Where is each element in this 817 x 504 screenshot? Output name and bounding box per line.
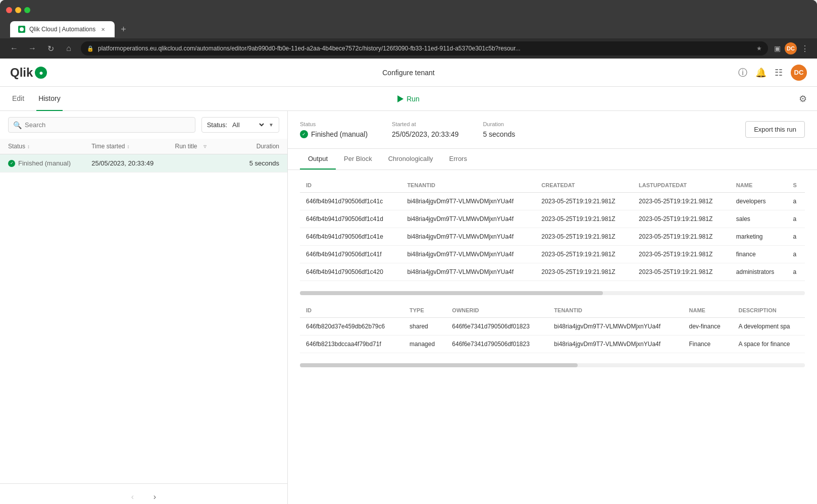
filter-icon[interactable]: ▿ bbox=[203, 143, 207, 150]
maximize-window-button[interactable] bbox=[24, 7, 30, 13]
forward-button[interactable]: → bbox=[26, 42, 38, 54]
search-icon: 🔍 bbox=[13, 121, 22, 129]
table1-row-0[interactable]: 646fb4b941d790506df1c41cbi48ria4jgvDm9T7… bbox=[300, 193, 805, 210]
profile-icon[interactable]: DC bbox=[785, 42, 797, 54]
table1-row-3[interactable]: 646fb4b941d790506df1c41fbi48ria4jgvDm9T7… bbox=[300, 246, 805, 263]
browser-addressbar: ← → ↻ ⌂ 🔒 platformoperations.eu.qlikclou… bbox=[0, 38, 817, 59]
minimize-window-button[interactable] bbox=[15, 7, 21, 13]
run-button[interactable]: Run bbox=[397, 95, 420, 103]
status-finished-check-icon: ✓ bbox=[300, 130, 308, 138]
search-input[interactable] bbox=[8, 117, 195, 133]
table1-cell-3-2: 2023-05-25T19:19:21.981Z bbox=[535, 246, 633, 263]
table1-cell-0-4: developers bbox=[730, 193, 787, 210]
help-icon[interactable]: ⓘ bbox=[738, 67, 747, 79]
tab-history[interactable]: History bbox=[36, 87, 63, 111]
app-logo: Qlik ● bbox=[10, 66, 47, 80]
table1-row-1[interactable]: 646fb4b941d790506df1c41dbi48ria4jgvDm9T7… bbox=[300, 210, 805, 228]
run-detail-header: Status ✓ Finished (manual) Started at 25… bbox=[288, 111, 817, 149]
tab-close-button[interactable]: ✕ bbox=[99, 26, 107, 33]
table1-cell-2-1: bi48ria4jgvDm9T7-VLMWvDMjxnYUa4f bbox=[401, 228, 535, 246]
row-time: 25/05/2023, 20:33:49 bbox=[91, 159, 175, 167]
duration-value: 5 seconds bbox=[483, 130, 515, 138]
table1-cell-4-0: 646fb4b941d790506df1c420 bbox=[300, 263, 401, 281]
data-section: ID TENANTID CREATEDAT LASTUPDATEDAT NAME… bbox=[288, 170, 817, 504]
scroll-indicator-1[interactable] bbox=[300, 291, 805, 295]
browser-titlebar bbox=[0, 0, 817, 20]
reload-button[interactable]: ↻ bbox=[44, 42, 57, 54]
col-type-2: TYPE bbox=[403, 303, 446, 318]
table1-cell-4-5: a bbox=[787, 263, 805, 281]
address-bar-icons: ★ bbox=[756, 45, 762, 52]
export-run-button[interactable]: Export this run bbox=[745, 121, 805, 138]
right-panel: Status ✓ Finished (manual) Started at 25… bbox=[288, 111, 817, 504]
tab-output[interactable]: Output bbox=[300, 149, 336, 170]
tab-edit[interactable]: Edit bbox=[10, 87, 26, 111]
table1-cell-1-3: 2023-05-25T19:19:21.981Z bbox=[633, 210, 730, 228]
chevron-down-icon: ▼ bbox=[269, 122, 274, 128]
app-header: Qlik ● Configure tenant ⓘ 🔔 ☷ DC bbox=[0, 59, 817, 87]
table1-cell-0-2: 2023-05-25T19:19:21.981Z bbox=[535, 193, 633, 210]
started-at-label: Started at bbox=[392, 121, 458, 127]
table1-row-4[interactable]: 646fb4b941d790506df1c420bi48ria4jgvDm9T7… bbox=[300, 263, 805, 281]
table2-cell-1-0: 646fb8213bdccaa4f79bd71f bbox=[300, 335, 403, 353]
notifications-icon[interactable]: 🔔 bbox=[755, 67, 767, 78]
run-triangle-icon bbox=[397, 95, 403, 102]
settings-icon[interactable]: ⚙ bbox=[799, 93, 807, 104]
table1-cell-2-4: marketing bbox=[730, 228, 787, 246]
home-button[interactable]: ⌂ bbox=[63, 42, 75, 54]
run-status-group: Status ✓ Finished (manual) Started at 25… bbox=[300, 121, 515, 138]
back-button[interactable]: ← bbox=[8, 42, 20, 54]
browser-window: Qlik Cloud | Automations ✕ + ← → ↻ ⌂ 🔒 p… bbox=[0, 0, 817, 504]
browser-tab-bar: Qlik Cloud | Automations ✕ + bbox=[0, 20, 817, 38]
table1-cell-1-5: a bbox=[787, 210, 805, 228]
table2-cell-0-0: 646fb820d37e459db62b79c6 bbox=[300, 318, 403, 335]
menu-icon[interactable]: ⋮ bbox=[801, 44, 809, 53]
next-page-button[interactable]: › bbox=[148, 490, 162, 504]
new-tab-button[interactable]: + bbox=[117, 24, 130, 35]
scroll-indicator-2[interactable] bbox=[300, 363, 805, 367]
traffic-lights bbox=[6, 7, 30, 13]
col-header-time: Time started ↕ bbox=[91, 143, 175, 150]
tab-title: Qlik Cloud | Automations bbox=[29, 26, 95, 33]
status-filter-label: Status: bbox=[207, 121, 227, 129]
prev-page-button[interactable]: ‹ bbox=[126, 490, 140, 504]
table1-cell-1-4: sales bbox=[730, 210, 787, 228]
tab-chronologically[interactable]: Chronologically bbox=[380, 149, 441, 170]
status-detail-label: Status bbox=[300, 121, 368, 127]
address-bar[interactable]: 🔒 platformoperations.eu.qlikcloud.com/au… bbox=[81, 41, 768, 55]
table-row[interactable]: ✓ Finished (manual) 25/05/2023, 20:33:49… bbox=[0, 154, 287, 173]
table1-cell-4-3: 2023-05-25T19:19:21.981Z bbox=[633, 263, 730, 281]
table-header: Status ↕ Time started ↕ Run title ▿ Dura… bbox=[0, 139, 287, 154]
apps-grid-icon[interactable]: ☷ bbox=[775, 67, 783, 78]
tab-favicon bbox=[18, 26, 25, 33]
user-avatar[interactable]: DC bbox=[791, 65, 807, 81]
table2-cell-1-4: Finance bbox=[683, 335, 733, 353]
browser-tab-active[interactable]: Qlik Cloud | Automations ✕ bbox=[10, 21, 115, 37]
table2-cell-0-3: bi48ria4jgvDm9T7-VLMWvDMjxnYUa4f bbox=[548, 318, 683, 335]
table2-cell-1-5: A space for finance bbox=[732, 335, 805, 353]
tab-per-block[interactable]: Per Block bbox=[336, 149, 380, 170]
table2-row-0[interactable]: 646fb820d37e459db62b79c6shared646f6e7341… bbox=[300, 318, 805, 335]
table1-cell-3-0: 646fb4b941d790506df1c41f bbox=[300, 246, 401, 263]
scroll-thumb-2 bbox=[300, 363, 578, 367]
close-window-button[interactable] bbox=[6, 7, 12, 13]
tab-navigation: Edit History Run ⚙ bbox=[0, 87, 817, 111]
col-ownerid-2: OWNERID bbox=[446, 303, 548, 318]
status-filter[interactable]: Status: All Finished Failed ▼ bbox=[201, 117, 279, 133]
status-filter-select[interactable]: All Finished Failed bbox=[230, 121, 266, 129]
row-duration: 5 seconds bbox=[237, 159, 279, 167]
sort-time-icon[interactable]: ↕ bbox=[127, 144, 129, 149]
table1-cell-3-4: finance bbox=[730, 246, 787, 263]
tab-errors[interactable]: Errors bbox=[441, 149, 475, 170]
table1-row-2[interactable]: 646fb4b941d790506df1c41ebi48ria4jgvDm9T7… bbox=[300, 228, 805, 246]
table1-cell-0-0: 646fb4b941d790506df1c41c bbox=[300, 193, 401, 210]
output-table-2: ID TYPE OWNERID TENANTID NAME DESCRIPTIO… bbox=[300, 303, 805, 353]
table2-row-1[interactable]: 646fb8213bdccaa4f79bd71fmanaged646f6e734… bbox=[300, 335, 805, 353]
table1-cell-0-1: bi48ria4jgvDm9T7-VLMWvDMjxnYUa4f bbox=[401, 193, 535, 210]
started-at-detail: Started at 25/05/2023, 20:33:49 bbox=[392, 121, 458, 138]
col-description-2: DESCRIPTION bbox=[732, 303, 805, 318]
extensions-icon[interactable]: ▣ bbox=[774, 44, 781, 52]
sort-status-icon[interactable]: ↕ bbox=[27, 144, 30, 149]
table2-cell-0-4: dev-finance bbox=[683, 318, 733, 335]
left-panel: 🔍 Status: All Finished Failed ▼ bbox=[0, 111, 288, 504]
